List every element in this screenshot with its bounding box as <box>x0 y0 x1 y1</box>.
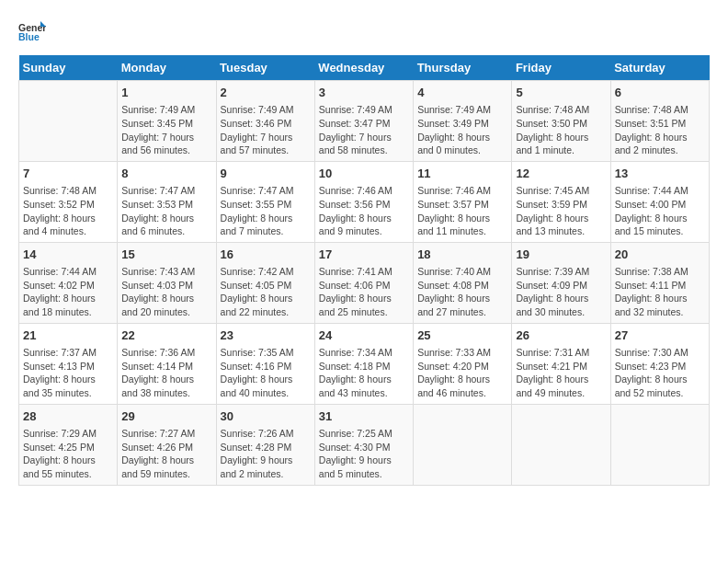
day-number: 12 <box>516 166 606 182</box>
day-info: Sunrise: 7:47 AM Sunset: 3:53 PM Dayligh… <box>121 184 211 238</box>
day-info: Sunrise: 7:49 AM Sunset: 3:47 PM Dayligh… <box>319 103 409 157</box>
logo-icon: General Blue <box>18 18 46 46</box>
calendar-cell: 12Sunrise: 7:45 AM Sunset: 3:59 PM Dayli… <box>512 161 610 242</box>
calendar-cell: 3Sunrise: 7:49 AM Sunset: 3:47 PM Daylig… <box>314 81 413 162</box>
calendar-cell <box>414 404 512 485</box>
day-number: 25 <box>417 327 507 344</box>
calendar-cell: 8Sunrise: 7:47 AM Sunset: 3:53 PM Daylig… <box>118 161 216 242</box>
day-number: 13 <box>615 166 705 182</box>
day-info: Sunrise: 7:45 AM Sunset: 3:59 PM Dayligh… <box>516 184 606 238</box>
weekday-header-cell: Tuesday <box>216 55 314 81</box>
calendar-cell: 23Sunrise: 7:35 AM Sunset: 4:16 PM Dayli… <box>216 323 314 404</box>
day-number: 14 <box>23 247 113 263</box>
day-number: 9 <box>221 166 311 182</box>
day-number: 3 <box>319 85 409 101</box>
calendar-row: 1Sunrise: 7:49 AM Sunset: 3:45 PM Daylig… <box>19 81 710 162</box>
day-number: 11 <box>417 166 507 182</box>
day-number: 6 <box>615 85 705 101</box>
calendar-cell: 19Sunrise: 7:39 AM Sunset: 4:09 PM Dayli… <box>512 242 610 323</box>
calendar-cell: 9Sunrise: 7:47 AM Sunset: 3:55 PM Daylig… <box>216 161 314 242</box>
day-number: 2 <box>221 85 311 101</box>
day-info: Sunrise: 7:39 AM Sunset: 4:09 PM Dayligh… <box>516 265 606 319</box>
calendar-cell: 20Sunrise: 7:38 AM Sunset: 4:11 PM Dayli… <box>610 242 709 323</box>
calendar-cell: 2Sunrise: 7:49 AM Sunset: 3:46 PM Daylig… <box>216 81 314 162</box>
day-info: Sunrise: 7:36 AM Sunset: 4:14 PM Dayligh… <box>121 346 211 400</box>
calendar-row: 28Sunrise: 7:29 AM Sunset: 4:25 PM Dayli… <box>19 404 710 485</box>
calendar-cell: 17Sunrise: 7:41 AM Sunset: 4:06 PM Dayli… <box>314 242 413 323</box>
day-number: 31 <box>319 408 409 425</box>
day-number: 1 <box>121 85 211 101</box>
day-info: Sunrise: 7:37 AM Sunset: 4:13 PM Dayligh… <box>23 346 113 400</box>
weekday-header-cell: Friday <box>512 55 610 81</box>
header: General Blue <box>18 18 710 46</box>
calendar-cell: 15Sunrise: 7:43 AM Sunset: 4:03 PM Dayli… <box>118 242 216 323</box>
calendar-row: 21Sunrise: 7:37 AM Sunset: 4:13 PM Dayli… <box>19 323 710 404</box>
day-number: 15 <box>121 247 211 263</box>
calendar-row: 14Sunrise: 7:44 AM Sunset: 4:02 PM Dayli… <box>19 242 710 323</box>
day-info: Sunrise: 7:33 AM Sunset: 4:20 PM Dayligh… <box>417 346 507 400</box>
day-number: 21 <box>23 327 113 344</box>
calendar-cell: 14Sunrise: 7:44 AM Sunset: 4:02 PM Dayli… <box>19 242 118 323</box>
day-number: 26 <box>516 327 606 344</box>
day-info: Sunrise: 7:38 AM Sunset: 4:11 PM Dayligh… <box>615 265 705 319</box>
calendar-cell: 24Sunrise: 7:34 AM Sunset: 4:18 PM Dayli… <box>314 323 413 404</box>
day-info: Sunrise: 7:49 AM Sunset: 3:45 PM Dayligh… <box>121 103 211 157</box>
calendar-cell: 18Sunrise: 7:40 AM Sunset: 4:08 PM Dayli… <box>414 242 512 323</box>
calendar-cell <box>512 404 610 485</box>
day-info: Sunrise: 7:48 AM Sunset: 3:50 PM Dayligh… <box>516 103 606 157</box>
day-info: Sunrise: 7:30 AM Sunset: 4:23 PM Dayligh… <box>615 346 705 400</box>
day-info: Sunrise: 7:25 AM Sunset: 4:30 PM Dayligh… <box>319 427 409 481</box>
day-number: 5 <box>516 85 606 101</box>
calendar-cell: 13Sunrise: 7:44 AM Sunset: 4:00 PM Dayli… <box>610 161 709 242</box>
day-number: 17 <box>319 247 409 263</box>
day-number: 29 <box>121 408 211 425</box>
day-number: 23 <box>221 327 311 344</box>
day-info: Sunrise: 7:48 AM Sunset: 3:51 PM Dayligh… <box>615 103 705 157</box>
calendar-cell: 4Sunrise: 7:49 AM Sunset: 3:49 PM Daylig… <box>414 81 512 162</box>
calendar-cell <box>19 81 118 162</box>
day-number: 24 <box>319 327 409 344</box>
day-number: 20 <box>615 247 705 263</box>
weekday-header-cell: Thursday <box>414 55 512 81</box>
day-number: 18 <box>417 247 507 263</box>
day-info: Sunrise: 7:48 AM Sunset: 3:52 PM Dayligh… <box>23 184 113 238</box>
day-number: 8 <box>121 166 211 182</box>
day-info: Sunrise: 7:29 AM Sunset: 4:25 PM Dayligh… <box>23 427 113 481</box>
day-number: 28 <box>23 408 113 425</box>
weekday-header-cell: Monday <box>118 55 216 81</box>
day-number: 4 <box>417 85 507 101</box>
calendar-cell: 29Sunrise: 7:27 AM Sunset: 4:26 PM Dayli… <box>118 404 216 485</box>
calendar-cell: 26Sunrise: 7:31 AM Sunset: 4:21 PM Dayli… <box>512 323 610 404</box>
day-info: Sunrise: 7:44 AM Sunset: 4:02 PM Dayligh… <box>23 265 113 319</box>
calendar-cell: 31Sunrise: 7:25 AM Sunset: 4:30 PM Dayli… <box>314 404 413 485</box>
calendar-cell: 27Sunrise: 7:30 AM Sunset: 4:23 PM Dayli… <box>610 323 709 404</box>
day-info: Sunrise: 7:35 AM Sunset: 4:16 PM Dayligh… <box>221 346 311 400</box>
day-info: Sunrise: 7:40 AM Sunset: 4:08 PM Dayligh… <box>417 265 507 319</box>
logo: General Blue <box>18 18 46 46</box>
weekday-header-cell: Sunday <box>19 55 118 81</box>
calendar-cell: 6Sunrise: 7:48 AM Sunset: 3:51 PM Daylig… <box>610 81 709 162</box>
day-info: Sunrise: 7:41 AM Sunset: 4:06 PM Dayligh… <box>319 265 409 319</box>
calendar-cell: 11Sunrise: 7:46 AM Sunset: 3:57 PM Dayli… <box>414 161 512 242</box>
day-info: Sunrise: 7:46 AM Sunset: 3:56 PM Dayligh… <box>319 184 409 238</box>
weekday-header-cell: Wednesday <box>314 55 413 81</box>
day-info: Sunrise: 7:31 AM Sunset: 4:21 PM Dayligh… <box>516 346 606 400</box>
calendar-cell: 22Sunrise: 7:36 AM Sunset: 4:14 PM Dayli… <box>118 323 216 404</box>
day-info: Sunrise: 7:46 AM Sunset: 3:57 PM Dayligh… <box>417 184 507 238</box>
day-info: Sunrise: 7:44 AM Sunset: 4:00 PM Dayligh… <box>615 184 705 238</box>
day-number: 7 <box>23 166 113 182</box>
calendar-cell: 7Sunrise: 7:48 AM Sunset: 3:52 PM Daylig… <box>19 161 118 242</box>
day-number: 19 <box>516 247 606 263</box>
calendar-body: 1Sunrise: 7:49 AM Sunset: 3:45 PM Daylig… <box>19 81 710 486</box>
day-info: Sunrise: 7:34 AM Sunset: 4:18 PM Dayligh… <box>319 346 409 400</box>
calendar-cell <box>610 404 709 485</box>
calendar-cell: 16Sunrise: 7:42 AM Sunset: 4:05 PM Dayli… <box>216 242 314 323</box>
day-info: Sunrise: 7:42 AM Sunset: 4:05 PM Dayligh… <box>221 265 311 319</box>
calendar-cell: 30Sunrise: 7:26 AM Sunset: 4:28 PM Dayli… <box>216 404 314 485</box>
day-info: Sunrise: 7:43 AM Sunset: 4:03 PM Dayligh… <box>121 265 211 319</box>
calendar-cell: 21Sunrise: 7:37 AM Sunset: 4:13 PM Dayli… <box>19 323 118 404</box>
day-number: 30 <box>221 408 311 425</box>
day-number: 27 <box>615 327 705 344</box>
day-info: Sunrise: 7:49 AM Sunset: 3:46 PM Dayligh… <box>221 103 311 157</box>
calendar-cell: 5Sunrise: 7:48 AM Sunset: 3:50 PM Daylig… <box>512 81 610 162</box>
